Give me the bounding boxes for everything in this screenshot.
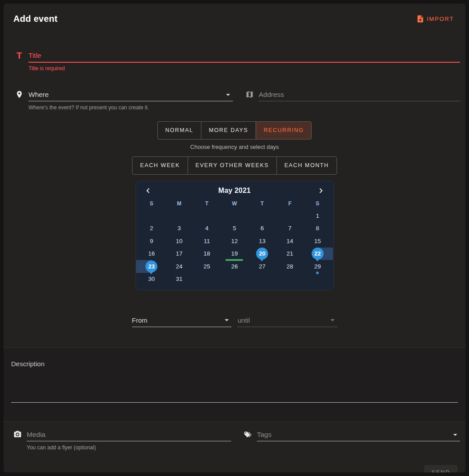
calendar-day-17[interactable]: 17 [165,248,193,260]
from-underline [132,327,232,327]
toggle-normal[interactable]: NORMAL [158,122,201,139]
day-number[interactable]: 30 [148,276,155,282]
calendar-day-9[interactable]: 9 [138,235,165,248]
calendar-day-14[interactable]: 14 [276,235,304,248]
media-tags-row: Media You can add a flyer (optional) Tag… [4,430,465,451]
calendar-day-10[interactable]: 10 [165,235,193,248]
calendar-day-15[interactable]: 15 [304,235,331,248]
calendar-weekday: T [249,198,276,209]
from-field[interactable]: From [132,315,232,327]
title-input[interactable]: Title [28,51,460,60]
tags-field[interactable]: Tags [242,430,460,441]
day-number[interactable]: 26 [231,263,238,270]
calendar-day-3[interactable]: 3 [165,222,193,235]
address-input: Address [259,91,284,99]
day-number[interactable]: 3 [177,225,181,232]
selected-day-bubble[interactable]: 23 [145,260,157,272]
calendar-empty-cell [193,209,220,222]
tags-select-value[interactable]: Tags [257,431,272,439]
calendar-day-19[interactable]: 19 [220,248,248,260]
toggle-more-days[interactable]: MORE DAYS [201,122,256,139]
import-label: IMPORT [427,16,454,22]
calendar-day-22[interactable]: 22 [304,248,331,260]
day-number[interactable]: 2 [150,225,153,232]
calendar-day-31[interactable]: 31 [165,273,193,286]
media-helper: You can add a flyer (optional) [27,444,231,451]
where-field[interactable]: Where Where's the event? If not present … [13,90,233,111]
send-button[interactable]: SEND [424,465,457,472]
calendar-day-2[interactable]: 2 [138,222,165,235]
media-field[interactable]: Media You can add a flyer (optional) [12,430,231,451]
day-number[interactable]: 14 [287,238,293,244]
import-button[interactable]: IMPORT [416,15,454,23]
from-select-value[interactable]: From [132,316,148,324]
calendar-day-25[interactable]: 25 [193,260,220,273]
calendar-empty-cell [193,273,220,286]
day-number[interactable]: 6 [261,225,264,232]
toggle-each-week[interactable]: EACH WEEK [132,157,187,174]
day-number[interactable]: 11 [204,238,210,244]
calendar-day-4[interactable]: 4 [193,222,220,235]
calendar-day-21[interactable]: 21 [276,248,304,260]
day-number[interactable]: 25 [204,263,210,270]
calendar-day-30[interactable]: 30 [138,273,165,286]
day-number[interactable]: 31 [176,276,182,282]
day-number[interactable]: 27 [259,263,265,270]
file-upload-icon [416,15,425,23]
calendar-day-5[interactable]: 5 [220,222,248,235]
tag-multiple-icon [242,430,253,439]
calendar-day-13[interactable]: 13 [249,235,276,248]
calendar-day-7[interactable]: 7 [276,222,304,235]
media-input[interactable]: Media [27,431,45,439]
day-number[interactable]: 24 [176,263,182,270]
calendar-weekday: S [304,198,331,209]
chevron-down-icon[interactable] [223,90,233,100]
calendar-day-24[interactable]: 24 [165,260,193,273]
description-field[interactable]: Description [4,348,465,422]
address-field: Address [244,90,460,101]
selected-day-bubble[interactable]: 22 [312,248,324,260]
toggle-every-other-weeks[interactable]: EVERY OTHER WEEKS [188,157,277,174]
day-number[interactable]: 5 [233,225,237,232]
day-number[interactable]: 18 [204,250,210,257]
day-number[interactable]: 19 [231,250,238,257]
day-number[interactable]: 16 [148,250,155,257]
chevron-down-icon[interactable] [450,430,460,440]
calendar-day-16[interactable]: 16 [138,248,165,260]
calendar-day-27[interactable]: 27 [249,260,276,273]
day-number[interactable]: 10 [176,238,182,244]
selected-day-bubble[interactable]: 20 [256,248,268,260]
calendar-day-12[interactable]: 12 [220,235,248,248]
toggle-each-month[interactable]: EACH MONTH [277,157,337,174]
calendar-day-26[interactable]: 26 [220,260,248,273]
day-number[interactable]: 7 [288,225,292,232]
day-number[interactable]: 29 [314,263,321,270]
calendar-day-8[interactable]: 8 [304,222,331,235]
day-number[interactable]: 8 [316,225,320,232]
day-number[interactable]: 28 [287,263,293,270]
chevron-right-icon[interactable] [316,186,326,196]
calendar-day-1[interactable]: 1 [304,209,331,222]
calendar-day-23[interactable]: 23 [138,260,165,273]
actions-row: SEND [4,465,465,472]
chevron-left-icon[interactable] [143,186,153,196]
day-number[interactable]: 13 [259,238,265,244]
day-number[interactable]: 15 [314,238,321,244]
day-number[interactable]: 12 [231,238,238,244]
calendar-day-18[interactable]: 18 [193,248,220,260]
toggle-recurring[interactable]: RECURRING [256,122,311,139]
day-number[interactable]: 21 [287,250,293,257]
calendar-day-29[interactable]: 29 [304,260,331,273]
title-field[interactable]: T Title Title is required [4,51,465,72]
day-number[interactable]: 17 [176,250,182,257]
calendar-day-20[interactable]: 20 [249,248,276,260]
calendar-day-11[interactable]: 11 [193,235,220,248]
chevron-down-icon[interactable] [222,315,232,325]
calendar-day-6[interactable]: 6 [249,222,276,235]
calendar-empty-cell [249,209,276,222]
day-number[interactable]: 1 [316,212,320,219]
calendar-day-28[interactable]: 28 [276,260,304,273]
where-select-value[interactable]: Where [28,91,49,99]
day-number[interactable]: 9 [150,238,153,244]
day-number[interactable]: 4 [205,225,208,232]
